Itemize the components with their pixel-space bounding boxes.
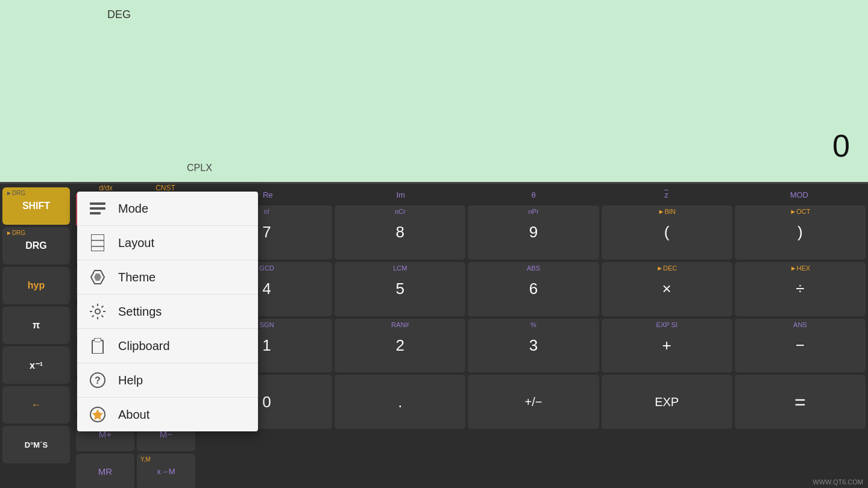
menu-item-theme[interactable]: Theme [77,260,258,295]
calculator-display: DEG CPLX 0 [0,0,868,184]
equals-button[interactable]: = [735,375,866,429]
dms-button[interactable]: D°M´S [2,426,70,463]
angle-mode: DEG [107,8,131,21]
ran-alt: RAN# [391,321,409,328]
ym-alt: Y,M [140,456,151,463]
three-button[interactable]: % 3 [468,319,599,373]
menu-item-mode[interactable]: Mode [77,192,258,226]
dot-button[interactable]: . [335,375,465,429]
menu-item-about[interactable]: About [77,398,258,431]
about-label: About [118,408,149,422]
two-button[interactable]: RAN# 2 [335,319,465,373]
mode-label: Mode [118,202,148,216]
rparen-label: ) [797,223,803,242]
arrow-button[interactable]: ← [2,386,70,424]
two-label: 2 [396,336,404,355]
mode-icon [89,200,106,217]
menu-item-clipboard[interactable]: Clipboard [77,329,258,363]
drg-alt: ►DRG [6,230,25,236]
help-label: Help [118,374,143,387]
pi-button[interactable]: π [2,307,70,344]
percent-alt: % [530,321,536,328]
left-panel: ►DRG SHIFT ►DRG DRG hyp π x⁻¹ ← D°M´S [0,184,72,488]
dropdown-menu: Mode Layout Theme Settings [77,192,258,431]
nine-button[interactable]: nPr 9 [468,205,599,260]
hex-alt: ►HEX [790,264,811,272]
six-button[interactable]: ABS 6 [468,262,599,316]
dot-label: . [398,393,402,411]
exp-button[interactable]: EXP [602,375,732,429]
exp-label: EXP [655,395,679,409]
drg-label: DRG [25,240,47,251]
xinv-label: x⁻¹ [30,360,43,371]
theta-label: θ [467,190,600,199]
npr-alt: nPr [528,208,538,215]
dec-alt: ►DEC [656,264,677,272]
shift-alt: ►DRG [6,190,25,196]
theme-icon [89,269,106,286]
nine-label: 9 [529,223,538,242]
im-label: Im [334,190,467,199]
plus-button[interactable]: EXP SI + [602,319,732,373]
five-button[interactable]: LCM 5 [335,262,465,316]
eight-button[interactable]: nCr 8 [335,205,465,260]
divide-label: ÷ [796,280,804,298]
six-label: 6 [529,280,538,298]
hyp-label: hyp [28,280,45,291]
hyp-button[interactable]: hyp [2,267,70,304]
menu-item-layout[interactable]: Layout [77,226,258,260]
svg-point-8 [95,309,100,314]
one-label: 1 [262,336,271,355]
svg-rect-3 [91,234,104,251]
mod-label: MOD [733,190,866,199]
drg-button[interactable]: ►DRG DRG [2,227,70,264]
shift-label: SHIFT [22,201,50,211]
zero-label: 0 [262,393,271,411]
plusminus-label: +/− [525,395,542,409]
abs-alt: ABS [527,264,540,272]
mr-label: MR [98,466,112,477]
xm-button[interactable]: x→M Y,M [137,454,195,488]
complex-mode: CPLX [187,163,212,174]
main-buttons: n! 7 nCr 8 nPr 9 ►BIN ( ►OCT ) GCD [201,205,866,486]
svg-marker-7 [94,274,101,281]
lcm-alt: LCM [393,264,407,272]
shift-button[interactable]: ►DRG SHIFT [2,187,70,225]
xm-label: x→M [157,467,175,476]
nfact-alt: n! [264,208,269,215]
xinv-button[interactable]: x⁻¹ [2,346,70,384]
svg-rect-2 [90,212,101,214]
menu-item-help[interactable]: ? Help [77,363,258,398]
rparen-button[interactable]: ►OCT ) [735,205,866,260]
multiply-label: × [662,280,671,298]
clipboard-label: Clipboard [118,339,170,353]
clipboard-icon [89,337,106,354]
oct-alt: ►OCT [790,208,810,215]
main-labels-row: Re Im θ z MOD [201,184,866,205]
mr-button[interactable]: MR [76,454,134,488]
pi-label: π [33,320,40,331]
divide-button[interactable]: ►HEX ÷ [735,262,866,316]
arrow-label: ← [31,399,41,410]
minus-label: − [796,336,805,355]
mid-label-dx: d/dx [79,184,133,192]
svg-rect-11 [95,339,101,342]
help-icon: ? [89,372,106,389]
sgn-alt: SGN [260,321,274,328]
svg-marker-15 [92,409,103,420]
minus-button[interactable]: ANS − [735,319,866,373]
menu-item-settings[interactable]: Settings [77,295,258,329]
zbar-label: z [600,190,732,199]
lparen-button[interactable]: ►BIN ( [602,205,732,260]
settings-icon [89,303,106,320]
svg-rect-9 [92,340,103,354]
svg-text:?: ? [95,375,101,386]
multiply-button[interactable]: ►DEC × [602,262,732,316]
plusminus-button[interactable]: +/− [468,375,599,429]
lparen-label: ( [664,223,670,242]
three-label: 3 [529,336,538,355]
watermark: WWW.QT6.COM [813,478,863,486]
seven-label: 7 [262,223,271,242]
ans-alt: ANS [793,321,807,328]
svg-rect-1 [90,207,105,210]
